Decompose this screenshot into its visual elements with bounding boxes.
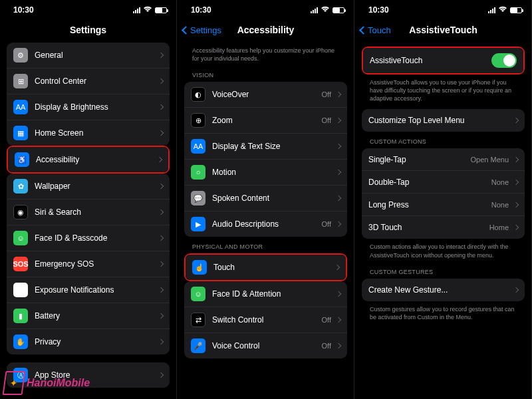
row-battery[interactable]: ▮Battery [7,303,170,329]
row-label: Audio Descriptions [212,219,322,229]
row-switch-control[interactable]: ⇄Switch ControlOff [184,307,347,333]
row-touch[interactable]: ☝Touch [186,255,346,280]
chevron-right-icon [158,78,164,84]
flower-icon: ✿ [13,179,28,194]
chevron-right-icon [336,92,341,97]
row-voice-control[interactable]: 🎤Voice ControlOff [184,333,347,358]
chevron-right-icon [336,118,341,123]
list-segment: ⚙General⊞Control CenterAADisplay & Brigh… [7,43,170,146]
row-accessibility[interactable]: ♿Accessibility [8,147,168,172]
row-single-tap[interactable]: Single-TapOpen Menu [362,148,525,171]
chevron-right-icon [158,287,164,293]
chevron-right-icon [158,184,164,189]
navbar: Touch AssistiveTouch [355,20,531,40]
SOS-icon: SOS [13,257,28,271]
row-general[interactable]: ⚙General [7,43,170,68]
AA-icon: AA [191,139,205,154]
row-motion[interactable]: ○Motion [184,160,347,186]
row-label: Double-Tap [368,178,491,187]
touch-icon: ☝ [192,260,207,275]
custom-actions-list: Single-TapOpen MenuDouble-TapNoneLong Pr… [362,148,525,239]
row-create-new-gesture-[interactable]: Create New Gesture... [362,279,525,301]
face-icon: ☺ [13,231,28,245]
row-value: None [491,178,509,186]
screen-accessibility: 10:30 Settings Accessibility Accessibili… [178,0,354,399]
toggle-switch[interactable] [491,53,517,68]
row-zoom[interactable]: ⊕ZoomOff [184,108,347,134]
row-label: Home Screen [35,128,156,138]
row-label: Zoom [212,116,322,125]
back-button[interactable]: Touch [360,20,391,40]
back-button[interactable]: Settings [183,20,221,40]
row-home-screen[interactable]: ▦Home Screen [7,120,170,146]
chevron-right-icon [158,53,164,58]
row-customize-top-level-menu[interactable]: Customize Top Level Menu [362,109,525,132]
chevron-right-icon [158,372,164,378]
row-wallpaper[interactable]: ✿Wallpaper [7,174,170,200]
group-header-vision: VISION [178,65,354,82]
row-display-brightness[interactable]: AADisplay & Brightness [7,94,170,120]
row-assistivetouch[interactable]: AssistiveTouch [363,48,523,73]
status-indicators [133,6,167,14]
highlight-box: AssistiveTouch [362,47,525,74]
chevron-right-icon [158,313,164,319]
watermark-text: HanoiMobile [27,377,90,389]
row-control-center[interactable]: ⊞Control Center [7,68,170,94]
status-time: 10:30 [191,5,211,15]
group-header-custom-gestures: CUSTOM GESTURES [355,262,531,279]
chevron-right-icon [158,104,164,110]
chevron-right-icon [334,265,340,270]
row-value: Off [322,116,331,124]
highlighted-list: ☝Touch [186,255,346,280]
siri-icon: ◉ [13,205,28,219]
row-emergency-sos[interactable]: SOSEmergency SOS [7,251,170,277]
row-face-id-attention[interactable]: ☺Face ID & Attention [184,281,347,307]
row-spoken-content[interactable]: 💬Spoken Content [184,186,347,211]
row-value: Open Menu [471,156,509,164]
status-indicators [311,6,344,14]
row-label: Siri & Search [35,207,156,217]
chevron-right-icon [336,291,341,297]
page-title: Accessibility [237,25,295,35]
hand-icon: ✋ [13,334,28,349]
row-exposure-notifications[interactable]: ⊕Exposure Notifications [7,277,170,303]
row-long-press[interactable]: Long PressNone [362,194,525,216]
chevron-right-icon [336,317,341,323]
status-indicators [488,6,522,14]
row-face-id-passcode[interactable]: ☺Face ID & Passcode [7,225,170,251]
chevron-right-icon [158,339,164,344]
navbar: Settings Accessibility [178,20,354,40]
chevron-right-icon [336,144,341,149]
chevron-right-icon [513,225,519,230]
row-label: Privacy [35,337,156,346]
row-label: Spoken Content [212,194,334,203]
highlight-box: ☝Touch [184,253,347,281]
motion-icon: ○ [191,165,205,180]
row-siri-search[interactable]: ◉Siri & Search [7,200,170,225]
custom-actions-note: Custom actions allow you to interact dir… [355,239,531,261]
row-display-text-size[interactable]: AADisplay & Text Size [184,134,347,160]
row-privacy[interactable]: ✋Privacy [7,329,170,354]
battery-icon [332,7,344,13]
row-voiceover[interactable]: ◐VoiceOverOff [184,82,347,108]
screen-assistivetouch: 10:30 Touch AssistiveTouch AssistiveTouc… [355,0,532,399]
row-label: Face ID & Passcode [35,233,156,243]
assistivetouch-pane: AssistiveTouch AssistiveTouch allows you… [355,43,531,399]
row-double-tap[interactable]: Double-TapNone [362,171,525,194]
chevron-right-icon [158,261,164,267]
row-value: Off [322,316,331,324]
signal-icon [311,7,318,13]
row-3d-touch[interactable]: 3D TouchHome [362,216,525,239]
back-label: Touch [368,25,391,35]
batt-icon: ▮ [13,309,28,323]
row-label: Battery [35,311,156,321]
gear-icon: ⚙ [13,48,28,63]
row-value: Off [322,220,331,228]
customize-menu-list: Customize Top Level Menu [362,109,525,132]
accessibility-pane: Accessibility features help you customiz… [178,43,354,399]
list-segment: ✿Wallpaper◉Siri & Search☺Face ID & Passc… [7,174,170,354]
row-audio-descriptions[interactable]: ▶Audio DescriptionsOff [184,211,347,237]
assistivetouch-toggle-list: AssistiveTouch [363,48,523,73]
settings-pane: ⚙General⊞Control CenterAADisplay & Brigh… [0,43,176,399]
navbar: Settings [0,20,176,40]
